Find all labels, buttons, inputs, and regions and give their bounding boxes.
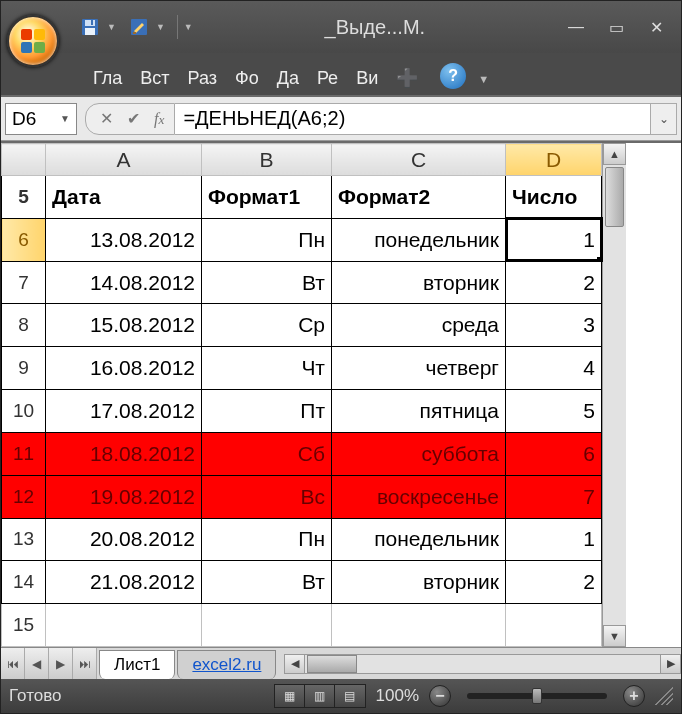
cell[interactable] (202, 604, 332, 647)
cell[interactable]: 18.08.2012 (46, 432, 202, 475)
cell[interactable]: 1 (506, 218, 602, 261)
row-header[interactable]: 11 (2, 432, 46, 475)
row-header[interactable]: 13 (2, 518, 46, 561)
cell[interactable]: понедельник (332, 218, 506, 261)
tab-insert[interactable]: Вст (132, 60, 177, 95)
cell[interactable]: 13.08.2012 (46, 218, 202, 261)
cell[interactable]: 6 (506, 432, 602, 475)
tab-addins[interactable]: ➕ (388, 59, 426, 95)
vertical-scrollbar[interactable]: ▲ ▼ (602, 143, 626, 647)
tab-view[interactable]: Ви (348, 60, 386, 95)
view-pagebreak-icon[interactable]: ▤ (335, 685, 365, 707)
resize-grip-icon[interactable] (655, 687, 673, 705)
cell[interactable]: суббота (332, 432, 506, 475)
cell[interactable]: Вт (202, 261, 332, 304)
cell[interactable]: 20.08.2012 (46, 518, 202, 561)
custom-dropdown-icon[interactable]: ▼ (156, 22, 165, 32)
cell[interactable]: 15.08.2012 (46, 304, 202, 347)
cell[interactable]: Пн (202, 518, 332, 561)
scroll-track[interactable] (603, 229, 626, 625)
select-all-corner[interactable] (2, 144, 46, 176)
row-header[interactable]: 10 (2, 390, 46, 433)
help-button[interactable]: ? (440, 63, 466, 89)
hscroll-left-icon[interactable]: ◀ (285, 655, 305, 673)
hscroll-right-icon[interactable]: ▶ (660, 655, 680, 673)
tab-pagelayout[interactable]: Раз (180, 60, 225, 95)
cell[interactable]: Вс (202, 475, 332, 518)
row-header[interactable]: 9 (2, 347, 46, 390)
view-pagelayout-icon[interactable]: ▥ (305, 685, 335, 707)
save-dropdown-icon[interactable]: ▼ (107, 22, 116, 32)
maximize-button[interactable]: ▭ (597, 15, 635, 39)
cell[interactable]: 3 (506, 304, 602, 347)
cell[interactable]: 19.08.2012 (46, 475, 202, 518)
cell[interactable]: 21.08.2012 (46, 561, 202, 604)
zoom-in-button[interactable]: + (623, 685, 645, 707)
col-header-a[interactable]: A (46, 144, 202, 176)
row-header[interactable]: 5 (2, 176, 46, 219)
cell[interactable]: Сб (202, 432, 332, 475)
cell[interactable]: 17.08.2012 (46, 390, 202, 433)
fx-icon[interactable]: fx (154, 110, 164, 128)
name-box-dropdown-icon[interactable]: ▼ (60, 113, 70, 124)
qat-custom-button[interactable] (124, 12, 154, 42)
cell[interactable]: 2 (506, 261, 602, 304)
save-button[interactable] (75, 12, 105, 42)
sheet-nav-last-icon[interactable]: ⏭ (73, 648, 97, 679)
horizontal-scrollbar[interactable]: ◀ ▶ (284, 654, 681, 674)
cell[interactable]: 4 (506, 347, 602, 390)
cell[interactable]: четверг (332, 347, 506, 390)
minimize-button[interactable]: ― (557, 15, 595, 39)
cell[interactable]: 1 (506, 518, 602, 561)
sheet-nav-first-icon[interactable]: ⏮ (1, 648, 25, 679)
cell[interactable]: Дата (46, 176, 202, 219)
zoom-slider[interactable] (467, 693, 607, 699)
cell[interactable]: Число (506, 176, 602, 219)
tab-review[interactable]: Ре (309, 60, 346, 95)
zoom-out-button[interactable]: − (429, 685, 451, 707)
tab-home[interactable]: Гла (85, 60, 130, 95)
col-header-c[interactable]: C (332, 144, 506, 176)
scroll-up-icon[interactable]: ▲ (603, 143, 626, 165)
row-header[interactable]: 12 (2, 475, 46, 518)
cell[interactable]: 14.08.2012 (46, 261, 202, 304)
cell[interactable]: пятница (332, 390, 506, 433)
cell[interactable]: понедельник (332, 518, 506, 561)
cell[interactable]: Вт (202, 561, 332, 604)
col-header-d[interactable]: D (506, 144, 602, 176)
row-header[interactable]: 7 (2, 261, 46, 304)
row-header[interactable]: 15 (2, 604, 46, 647)
help-dropdown-icon[interactable]: ▼ (478, 73, 489, 95)
expand-formula-bar-icon[interactable]: ⌄ (651, 103, 677, 135)
formula-input[interactable]: =ДЕНЬНЕД(A6;2) (175, 103, 651, 135)
spreadsheet-grid[interactable]: A B C D 5ДатаФормат1Формат2Число613.08.2… (1, 143, 602, 647)
cell[interactable]: 5 (506, 390, 602, 433)
sheet-tab-other[interactable]: excel2.ru (177, 650, 276, 679)
accept-formula-icon[interactable]: ✔ (127, 109, 140, 128)
scroll-down-icon[interactable]: ▼ (603, 625, 626, 647)
cell[interactable]: среда (332, 304, 506, 347)
cell[interactable]: 16.08.2012 (46, 347, 202, 390)
col-header-b[interactable]: B (202, 144, 332, 176)
cell[interactable]: 2 (506, 561, 602, 604)
sheet-nav-next-icon[interactable]: ▶ (49, 648, 73, 679)
cancel-formula-icon[interactable]: ✕ (100, 109, 113, 128)
qat-more-icon[interactable]: ▼ (184, 22, 193, 32)
cell[interactable]: Пт (202, 390, 332, 433)
cell[interactable] (46, 604, 202, 647)
office-button[interactable] (7, 15, 59, 67)
row-header[interactable]: 14 (2, 561, 46, 604)
cell[interactable]: вторник (332, 561, 506, 604)
cell[interactable]: вторник (332, 261, 506, 304)
cell[interactable]: воскресенье (332, 475, 506, 518)
view-normal-icon[interactable]: ▦ (275, 685, 305, 707)
zoom-percent[interactable]: 100% (376, 686, 419, 706)
cell[interactable]: 7 (506, 475, 602, 518)
cell[interactable]: Пн (202, 218, 332, 261)
zoom-thumb[interactable] (532, 688, 542, 704)
cell[interactable]: Формат2 (332, 176, 506, 219)
cell[interactable] (332, 604, 506, 647)
cell[interactable]: Формат1 (202, 176, 332, 219)
cell[interactable]: Ср (202, 304, 332, 347)
name-box[interactable]: D6 ▼ (5, 103, 77, 135)
